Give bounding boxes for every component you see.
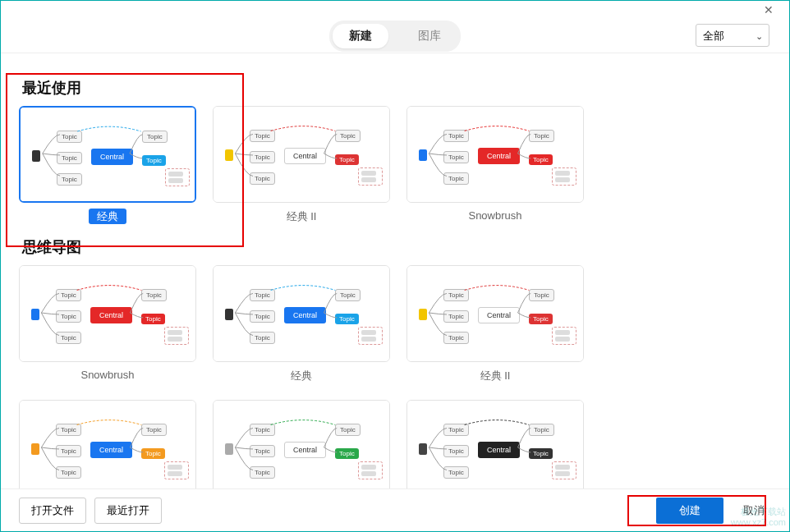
header-tabs: 新建 图库 [329,21,461,52]
mindmap-thumb-2[interactable]: Topic Topic Topic Central Topic Topic [406,265,584,362]
filter-select[interactable]: 全部 [696,24,769,47]
mindmap-label-2: 经典 II [406,369,584,383]
recent-label-1: 经典 II [213,209,390,224]
recent-label-0: 经典 [19,209,196,224]
mindmap-card-5[interactable]: Topic Topic Topic Central Topic Topic [406,400,584,488]
mindmap-thumb-1[interactable]: Topic Topic Topic Central Topic Topic [213,265,390,362]
recent-card-2[interactable]: Topic Topic Topic Central Topic Topic Sn… [406,106,584,224]
mindmap-label-0: Snowbrush [19,369,196,381]
mindmap-label-1: 经典 [213,369,390,383]
mindmap-thumb-0[interactable]: Topic Topic Topic Central Topic Topic [19,265,196,362]
mindmap-card-3[interactable]: Topic Topic Topic Central Topic Topic 商务 [19,400,196,488]
recent-card-0[interactable]: Topic Topic Topic Central Topic Topic 经典 [19,106,196,224]
close-icon[interactable]: ✕ [756,2,781,17]
mindmap-thumb-4[interactable]: Topic Topic Topic Central Topic Topic [213,400,390,488]
recent-label-2: Snowbrush [406,209,584,222]
header: 新建 图库 全部 ⌄ [1,19,789,53]
mindmap-card-4[interactable]: Topic Topic Topic Central Topic Topic [213,400,390,488]
mindmap-grid: Topic Topic Topic Central Topic Topic Sn… [19,265,771,488]
titlebar: ✕ [1,1,789,19]
footer: 打开文件 最近打开 创建 取消 [1,488,789,531]
recent-thumb-1[interactable]: Topic Topic Topic Central Topic Topic [213,106,390,203]
mindmap-thumb-3[interactable]: Topic Topic Topic Central Topic Topic [19,400,196,488]
create-button[interactable]: 创建 [656,498,723,524]
recent-grid: Topic Topic Topic Central Topic Topic 经典… [19,106,771,224]
section-title-mindmap: 思维导图 [22,237,771,257]
recent-open-button[interactable]: 最近打开 [94,498,162,524]
open-file-button[interactable]: 打开文件 [19,498,86,524]
filter-dropdown[interactable]: 全部 ⌄ [696,24,769,47]
mindmap-card-0[interactable]: Topic Topic Topic Central Topic Topic Sn… [19,265,196,383]
mindmap-card-2[interactable]: Topic Topic Topic Central Topic Topic 经典… [406,265,584,383]
content-scroll[interactable]: 最近使用 Topic Topic Topic Central Topic Top… [1,53,789,488]
recent-card-1[interactable]: Topic Topic Topic Central Topic Topic 经典… [213,106,390,224]
cancel-button[interactable]: 取消 [737,498,771,523]
mindmap-thumb-5[interactable]: Topic Topic Topic Central Topic Topic [406,400,584,488]
tab-new[interactable]: 新建 [333,24,388,48]
mindmap-card-1[interactable]: Topic Topic Topic Central Topic Topic 经典 [213,265,390,383]
recent-thumb-2[interactable]: Topic Topic Topic Central Topic Topic [406,106,584,203]
tab-library[interactable]: 图库 [402,24,457,48]
section-title-recent: 最近使用 [22,78,771,98]
recent-thumb-0[interactable]: Topic Topic Topic Central Topic Topic [19,106,196,203]
